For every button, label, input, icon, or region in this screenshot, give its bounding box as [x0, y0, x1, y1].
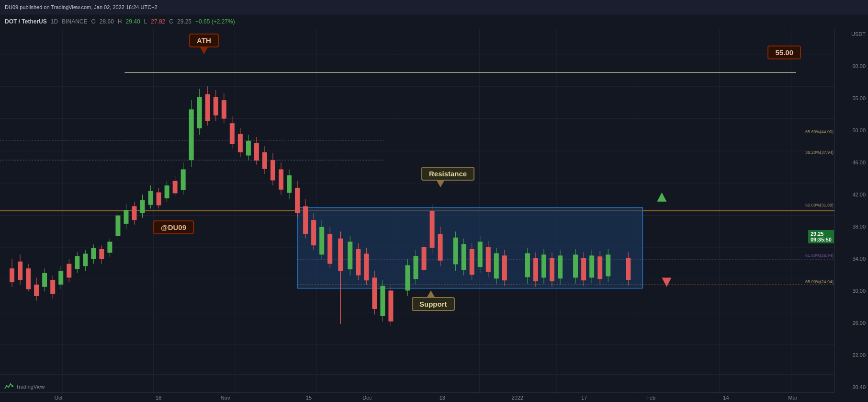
svg-rect-124: [405, 265, 410, 290]
price-tick-22: 22.00: [837, 352, 866, 358]
svg-rect-88: [246, 141, 251, 156]
svg-rect-110: [338, 239, 343, 271]
svg-rect-40: [50, 280, 55, 294]
svg-rect-114: [356, 249, 361, 276]
time-tick-dec: Dec: [362, 395, 372, 401]
time-tick-14: 14: [723, 395, 729, 401]
price-axis: USDT 60.00 55.00 50.00 46.00 42.00 38.00…: [834, 29, 868, 392]
svg-rect-66: [157, 193, 161, 206]
price-tick-30: 30.00: [837, 288, 866, 294]
svg-rect-38: [42, 273, 47, 287]
time-tick-oct: Oct: [54, 395, 62, 401]
price-tick-50: 50.00: [837, 127, 866, 133]
svg-rect-118: [372, 277, 377, 309]
price-target-annotation: 55.00: [767, 46, 801, 59]
svg-rect-136: [462, 244, 466, 270]
svg-rect-44: [67, 264, 71, 278]
svg-rect-64: [148, 191, 153, 205]
svg-rect-102: [303, 206, 308, 234]
fib-38-label: 38.20%(37.94): [805, 150, 834, 155]
svg-rect-70: [173, 181, 178, 193]
svg-rect-30: [10, 268, 14, 282]
price-time: 09:35:50: [811, 237, 832, 242]
published-info: DU09 published on TradingView.com, Jan 0…: [5, 4, 158, 10]
svg-rect-56: [115, 216, 120, 236]
svg-rect-126: [413, 256, 418, 279]
svg-rect-162: [589, 255, 594, 277]
svg-rect-90: [254, 143, 259, 161]
fib-61-label: 61.60%(26.94): [805, 253, 834, 258]
svg-rect-36: [34, 285, 39, 296]
watermark-annotation: @DU09: [153, 220, 194, 234]
svg-rect-68: [165, 185, 169, 198]
svg-rect-80: [214, 97, 218, 115]
fib-65-label: 65.00%(24.94): [805, 279, 834, 284]
svg-rect-106: [319, 227, 324, 255]
svg-rect-58: [124, 210, 128, 224]
price-tick-60: 60.00: [837, 63, 866, 69]
price-tick-55: 55.00: [837, 95, 866, 101]
svg-rect-134: [453, 238, 458, 264]
time-tick-feb: Feb: [646, 395, 655, 401]
svg-rect-130: [430, 211, 435, 248]
time-tick-13: 13: [440, 395, 445, 401]
svg-rect-142: [486, 247, 491, 272]
header-bar: DU09 published on TradingView.com, Jan 0…: [0, 0, 868, 14]
svg-rect-54: [107, 241, 112, 253]
close-label: C: [169, 18, 173, 25]
time-tick-nov: Nov: [221, 395, 230, 401]
svg-rect-140: [478, 241, 483, 267]
svg-rect-148: [525, 253, 530, 277]
currency-label: USDT: [837, 31, 866, 37]
change-value: +0.65 (+2.27%): [195, 18, 235, 25]
svg-rect-156: [558, 255, 563, 278]
svg-rect-146: [502, 255, 507, 280]
svg-rect-82: [222, 100, 226, 118]
svg-rect-168: [626, 258, 631, 280]
svg-rect-158: [573, 254, 578, 277]
svg-rect-76: [197, 97, 202, 128]
svg-rect-48: [83, 253, 88, 266]
svg-rect-160: [581, 258, 586, 280]
high-value: 29.40: [126, 18, 140, 25]
fib-44-label: 65.60%(44.00): [805, 129, 834, 134]
ohlc-bar: DOT / TetherUS 1D BINANCE O 28.60 H 29.4…: [0, 14, 868, 29]
svg-rect-108: [327, 234, 332, 264]
svg-rect-112: [348, 241, 352, 269]
svg-rect-46: [75, 256, 79, 269]
low-value: 27.82: [151, 18, 165, 25]
svg-rect-94: [271, 160, 275, 180]
svg-rect-84: [230, 123, 235, 144]
svg-rect-166: [606, 254, 610, 276]
svg-rect-62: [140, 200, 145, 213]
svg-rect-122: [388, 290, 393, 321]
chart-canvas: [0, 29, 834, 392]
time-tick-18: 18: [156, 395, 161, 401]
svg-rect-98: [287, 175, 292, 193]
open-value: 28.60: [100, 18, 114, 25]
chart-area: DOT / TetherUS 1D BINANCE O 28.60 H 29.4…: [0, 14, 868, 402]
price-tick-26: 26.00: [837, 320, 866, 326]
open-label: O: [91, 18, 95, 25]
svg-rect-50: [91, 248, 96, 259]
close-value: 29.25: [177, 18, 192, 25]
svg-point-172: [11, 385, 13, 387]
price-tick-34: 34.00: [837, 256, 866, 262]
support-annotation: Support: [412, 297, 455, 311]
svg-rect-150: [533, 258, 538, 281]
svg-rect-96: [279, 169, 283, 189]
timeframe-label: 1D: [51, 18, 58, 25]
svg-rect-86: [238, 134, 243, 152]
price-tick-42: 42.00: [837, 192, 866, 197]
svg-rect-128: [422, 247, 427, 270]
time-axis: Oct 18 Nov 15 Dec 13 2022 17 Feb 14 Mar: [0, 392, 834, 402]
resistance-annotation: Resistance: [421, 167, 474, 181]
price-tick-38: 38.00: [837, 224, 866, 230]
price-tick-46: 46.00: [837, 160, 866, 165]
price-value: 29.25: [811, 231, 832, 237]
fib-50-label: 50.00%(31.88): [805, 203, 834, 207]
tv-logo-icon: [4, 382, 13, 391]
svg-rect-138: [470, 249, 474, 275]
tv-logo-text: TradingView: [16, 384, 45, 390]
svg-rect-132: [438, 234, 443, 261]
